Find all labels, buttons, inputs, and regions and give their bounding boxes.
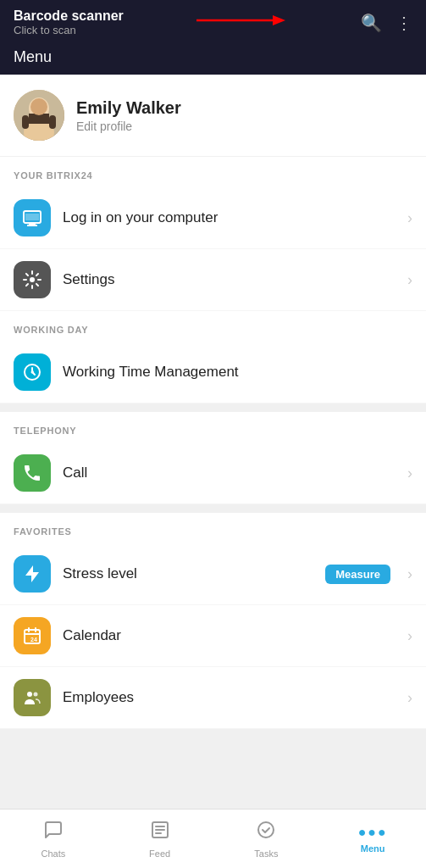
profile-section[interactable]: Emily Walker Edit profile	[0, 75, 426, 157]
stress-icon	[14, 555, 51, 593]
nav-spacer	[0, 729, 426, 788]
bottom-nav: Chats Feed Tasks ●●● Menu	[0, 809, 426, 868]
main-content: Emily Walker Edit profile YOUR BITRIX24 …	[0, 75, 426, 729]
employees-chevron: ›	[407, 689, 412, 707]
tasks-icon	[256, 820, 276, 845]
calendar-label: Calendar	[63, 627, 396, 644]
menu-item-login[interactable]: Log in on your computer ›	[0, 187, 426, 249]
top-bar: Barcode scanner Click to scan 🔍 ⋮	[0, 0, 426, 43]
red-arrow-indicator	[188, 10, 290, 34]
stress-label: Stress level	[63, 565, 313, 582]
login-chevron: ›	[407, 209, 412, 227]
stress-chevron: ›	[407, 565, 412, 583]
svg-rect-10	[29, 223, 36, 225]
menu-item-working-time[interactable]: Working Time Management	[0, 342, 426, 403]
chats-icon	[43, 820, 64, 845]
call-chevron: ›	[407, 465, 412, 482]
svg-point-23	[34, 693, 38, 697]
search-icon[interactable]: 🔍	[361, 13, 382, 33]
svg-text:24: 24	[30, 637, 37, 643]
feed-icon	[150, 820, 170, 845]
menu-label-bar: Menu	[0, 43, 426, 75]
chats-label: Chats	[41, 849, 66, 859]
working-time-icon	[14, 353, 51, 391]
tasks-label: Tasks	[254, 849, 278, 859]
nav-chats[interactable]: Chats	[0, 813, 107, 865]
svg-marker-16	[25, 565, 39, 582]
divider-2	[0, 504, 426, 513]
avatar-image	[14, 90, 64, 141]
menu-icon: ●●●	[358, 825, 388, 840]
svg-rect-7	[22, 115, 29, 129]
menu-item-settings[interactable]: Settings ›	[0, 249, 426, 311]
svg-point-6	[30, 98, 47, 115]
section-header-bitrix: YOUR BITRIX24	[0, 157, 426, 187]
profile-info: Emily Walker Edit profile	[76, 98, 181, 133]
svg-rect-12	[25, 214, 39, 220]
section-header-working: WORKING DAY	[0, 311, 426, 342]
svg-point-13	[30, 277, 35, 282]
menu-item-call[interactable]: Call ›	[0, 442, 426, 504]
svg-point-28	[258, 822, 274, 837]
login-icon	[14, 199, 51, 236]
svg-rect-8	[49, 115, 56, 129]
employees-icon	[14, 679, 51, 716]
working-time-label: Working Time Management	[63, 364, 412, 381]
menu-item-stress[interactable]: Stress level Measure ›	[0, 543, 426, 605]
settings-chevron: ›	[407, 271, 412, 289]
calendar-chevron: ›	[407, 627, 412, 645]
svg-rect-11	[27, 225, 37, 226]
section-header-telephony: TELEPHONY	[0, 412, 426, 442]
menu-label: Menu	[14, 48, 52, 65]
settings-label: Settings	[63, 271, 396, 288]
calendar-icon: 24	[14, 617, 51, 654]
svg-point-22	[27, 692, 32, 697]
login-label: Log in on your computer	[63, 209, 396, 226]
call-label: Call	[63, 465, 396, 481]
employees-label: Employees	[63, 689, 396, 706]
settings-icon	[14, 261, 51, 298]
profile-name: Emily Walker	[76, 98, 181, 118]
menu-item-employees[interactable]: Employees ›	[0, 667, 426, 729]
menu-item-calendar[interactable]: 24 Calendar ›	[0, 605, 426, 667]
top-bar-icons: 🔍 ⋮	[361, 13, 412, 33]
nav-menu[interactable]: ●●● Menu	[319, 818, 426, 860]
svg-point-15	[31, 371, 34, 374]
more-options-icon[interactable]: ⋮	[396, 13, 412, 33]
divider-1	[0, 403, 426, 412]
measure-badge[interactable]: Measure	[325, 565, 390, 584]
nav-tasks[interactable]: Tasks	[213, 813, 320, 865]
nav-feed[interactable]: Feed	[107, 813, 213, 865]
call-icon	[14, 454, 51, 492]
section-header-favorites: FAVORITES	[0, 513, 426, 543]
edit-profile-label[interactable]: Edit profile	[76, 120, 181, 133]
menu-nav-label: Menu	[361, 843, 385, 854]
feed-label: Feed	[149, 849, 170, 859]
avatar	[14, 90, 64, 141]
svg-marker-1	[273, 15, 285, 25]
